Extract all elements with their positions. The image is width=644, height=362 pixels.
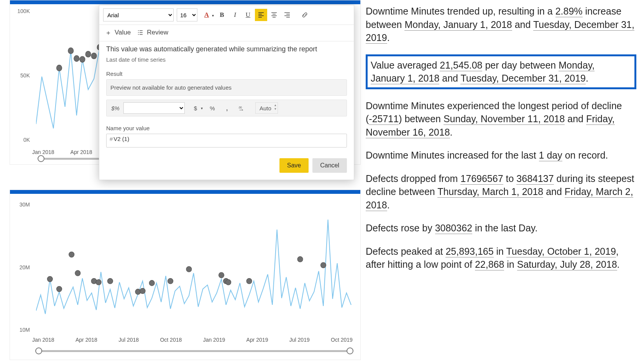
narrative-para: Downtime Minutes experienced the longest… [366,99,636,139]
svg-point-1 [68,48,74,54]
svg-point-2 [74,56,79,62]
svg-point-18 [149,280,154,286]
font-color-button[interactable]: A▾ [198,9,215,21]
percent-button[interactable]: % [206,102,219,114]
svg-point-11 [69,252,74,257]
svg-point-0 [56,65,62,71]
svg-point-24 [246,278,252,283]
svg-text:.00: .00 [238,106,242,109]
result-preview: Preview not available for auto generated… [106,79,347,96]
result-label: Result [106,70,347,77]
narrative-para: Defects rose by 3080362 in the last Day. [366,221,636,235]
format-select[interactable] [123,102,185,114]
link-button[interactable] [299,9,311,21]
x-axis-bottom: Jan 2018Apr 2018 Jul 2018Oct 2018 Jan 20… [32,337,353,343]
currency-button[interactable]: $▾ [187,102,204,114]
hash-icon: # [110,136,113,142]
slider-handle-left[interactable] [38,155,44,162]
svg-point-12 [75,270,80,276]
svg-point-14 [96,280,101,285]
font-size-select[interactable]: 16 [177,8,197,21]
svg-point-26 [320,262,326,268]
narrative-highlight[interactable]: Value averaged 21,545.08 per day between… [366,54,636,89]
italic-button[interactable]: I [229,9,241,21]
slider-handle-right[interactable] [347,347,353,354]
name-label: Name your value [106,125,347,131]
auto-precision[interactable]: Auto▴▾ [255,102,278,114]
value-editor-popup: Arial 16 A▾ B I U ＋ Value Review This va… [99,5,354,180]
align-center-button[interactable] [268,9,280,21]
value-name-input[interactable]: #V2 (1) [106,134,347,147]
chart-header-bar [10,0,360,4]
svg-point-21 [219,272,224,278]
align-right-button[interactable] [281,9,293,21]
plus-icon: ＋ [105,29,112,36]
chart-header-bar [10,190,360,194]
thousands-button[interactable]: , [221,102,233,114]
plot-area-bottom [36,204,353,331]
list-icon [137,29,144,36]
y-axis-bottom: 30M 20M 10M [12,201,31,333]
popup-tabs: ＋ Value Review [99,25,354,41]
narrative-para: Downtime Minutes trended up, resulting i… [366,5,636,44]
bold-button[interactable]: B [216,9,228,21]
decimal-button[interactable]: .00 [235,102,248,114]
smart-narrative[interactable]: Downtime Minutes trended up, resulting i… [363,2,639,358]
align-left-button[interactable] [255,9,267,21]
time-slider-bottom[interactable] [36,347,353,355]
value-sublabel: Last date of time series [106,56,347,63]
svg-point-17 [140,288,145,293]
cancel-button[interactable]: Cancel [312,158,347,173]
narrative-para: Downtime Minutes increased for the last … [366,149,636,162]
svg-point-10 [56,286,62,292]
slider-handle-left[interactable] [35,347,42,354]
font-family-select[interactable]: Arial [103,8,174,21]
narrative-para: Defects peaked at 25,893,165 in Tuesday,… [366,245,636,271]
svg-point-15 [107,278,113,283]
format-row: $% $▾ % , .00 Auto▴▾ [106,100,347,116]
tab-review[interactable]: Review [137,29,168,36]
text-toolbar: Arial 16 A▾ B I U [99,5,354,25]
chart-defects[interactable]: 30M 20M 10M [10,190,361,360]
svg-point-9 [47,276,53,282]
format-symbol-icon: $% [110,105,121,111]
svg-point-4 [85,51,91,57]
value-description: This value was automatically generated w… [106,45,347,53]
tab-value[interactable]: ＋ Value [105,29,131,36]
svg-point-23 [226,280,231,285]
svg-point-5 [91,53,97,59]
narrative-para: Defects dropped from 17696567 to 3684137… [366,172,636,212]
svg-point-19 [168,278,173,283]
y-axis-top: 100K 50K 0K [12,8,31,143]
svg-point-3 [80,56,85,62]
save-button[interactable]: Save [279,158,309,173]
underline-button[interactable]: U [242,9,254,21]
svg-point-20 [186,266,192,272]
svg-point-25 [297,257,303,262]
